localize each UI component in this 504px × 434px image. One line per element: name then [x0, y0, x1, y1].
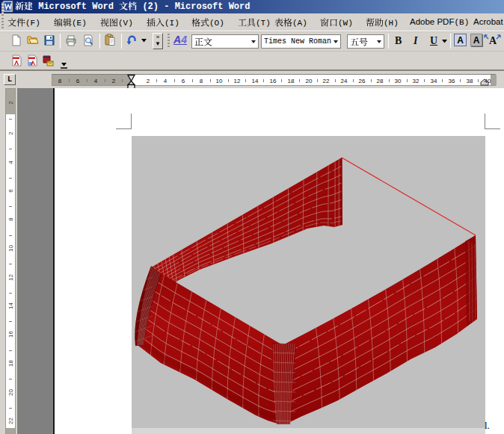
- svg-text:A: A: [489, 35, 497, 46]
